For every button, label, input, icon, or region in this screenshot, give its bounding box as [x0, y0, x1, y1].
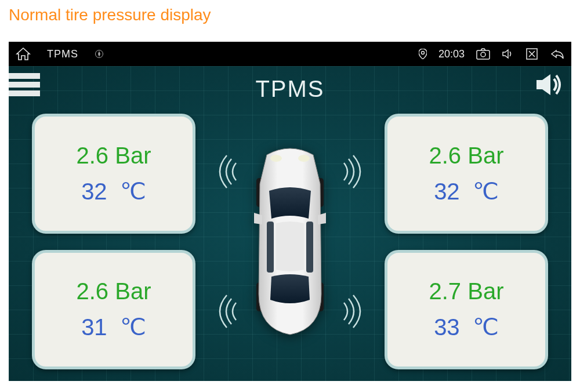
app-title: TPMS: [255, 76, 324, 102]
tire-pressure-value: 2.6 Bar: [77, 278, 151, 304]
status-bar: TPMS 20:03: [9, 42, 571, 66]
statusbar-time: 20:03: [438, 48, 465, 60]
back-icon[interactable]: [549, 48, 564, 60]
close-box-icon[interactable]: [526, 48, 538, 60]
home-icon[interactable]: [16, 47, 31, 61]
tire-card-front-right: 2.6 Bar 32 ℃: [385, 114, 548, 234]
app-topbar: TPMS: [9, 66, 571, 111]
location-icon: [419, 49, 427, 59]
svg-point-12: [270, 155, 282, 162]
tire-pressure-value: 2.6 Bar: [77, 143, 151, 169]
tire-temperature-value: 32 ℃: [81, 178, 146, 205]
tire-pressure-value: 2.7 Bar: [429, 278, 504, 304]
signal-wave-icon: [339, 154, 368, 189]
signal-wave-icon: [212, 154, 241, 189]
svg-point-13: [298, 155, 310, 162]
volume-icon[interactable]: [502, 48, 514, 60]
car-icon: [244, 137, 336, 346]
svg-rect-10: [267, 222, 274, 273]
compass-icon: [95, 49, 104, 59]
tire-temperature-value: 32 ℃: [434, 178, 499, 205]
statusbar-app-name: TPMS: [47, 48, 78, 60]
signal-wave-icon: [212, 294, 241, 329]
speaker-icon[interactable]: [535, 72, 563, 100]
tire-temperature-value: 31 ℃: [81, 314, 146, 340]
tire-card-rear-right: 2.7 Bar 33 ℃: [385, 250, 548, 370]
svg-rect-11: [306, 222, 313, 273]
tire-temperature-value: 33 ℃: [434, 314, 499, 340]
signal-wave-icon: [339, 294, 368, 329]
device-frame: TPMS 20:03: [9, 42, 571, 381]
camera-icon[interactable]: [476, 48, 490, 60]
menu-icon[interactable]: [9, 73, 40, 96]
svg-rect-5: [536, 80, 542, 89]
tire-card-front-left: 2.6 Bar 32 ℃: [32, 114, 195, 234]
app-area: TPMS 2.6 Bar 32 ℃: [9, 66, 571, 381]
page-caption: Normal tire pressure display: [0, 0, 580, 30]
tire-pressure-value: 2.6 Bar: [429, 143, 504, 169]
tire-grid: 2.6 Bar 32 ℃ 2.6 Bar 32 ℃: [9, 111, 571, 381]
tire-card-rear-left: 2.6 Bar 31 ℃: [32, 250, 195, 370]
svg-point-1: [421, 52, 424, 55]
car-illustration: [206, 114, 374, 369]
svg-point-3: [481, 52, 485, 57]
